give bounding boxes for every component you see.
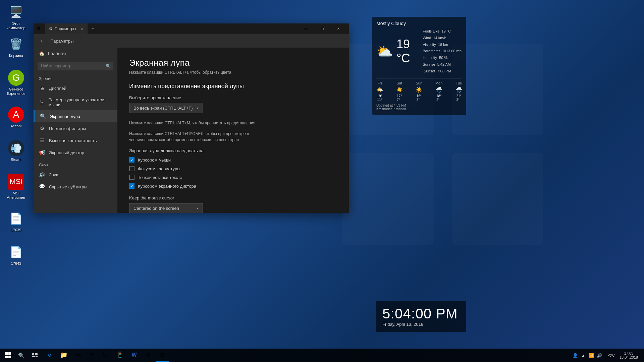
cursor-position-dropdown[interactable]: Centered on the screen ▾ <box>129 203 203 213</box>
taskbar-clock[interactable]: 17:03 13.04.2018 <box>617 349 641 362</box>
dropdown-arrow-icon: ▾ <box>197 106 199 110</box>
weather-widget: Mostly Cloudy ⛅ 19 °C Feels Like 19 °C W… <box>372 17 466 115</box>
display-icon: 🖥 <box>39 85 45 91</box>
keep-cursor-label: Keep the mouse cursor <box>129 195 337 200</box>
sound-icon: 🔊 <box>39 172 45 178</box>
tray-network-icon[interactable]: 📶 <box>588 352 595 359</box>
weather-updated: Updated at 4:53 PM <box>376 104 406 107</box>
checkbox-narrator-cursor-box[interactable]: ✓ <box>129 183 135 189</box>
checkbox-group: ✓ Курсором мыши Фокусом клавиатуры Точко… <box>129 157 337 189</box>
show-desktop-button[interactable] <box>641 349 643 362</box>
desktop-icon-this-pc[interactable]: 🖥️ Этот компьютер <box>3 1 30 33</box>
checkbox-text-cursor-box[interactable] <box>129 175 135 180</box>
forecast-fri-day: Fri <box>378 81 382 85</box>
desktop-icon-file2[interactable]: 📄 17643 <box>3 241 30 268</box>
color-filters-label: Цветные фильтры <box>49 126 86 131</box>
checkbox-mouse-cursor[interactable]: ✓ Курсором мыши <box>129 157 337 163</box>
humidity-label: Humidity <box>423 56 437 60</box>
forecast-sat-day: Sat <box>396 81 402 85</box>
sidebar-item-display[interactable]: 🖥 Дисплей <box>34 82 117 94</box>
forecast-sat: Sat ☀️ 17°7° <box>396 81 403 102</box>
forecast-fri-temps: 19°11° <box>377 94 382 102</box>
maximize-button[interactable]: □ <box>315 23 330 34</box>
start-button[interactable] <box>1 349 15 362</box>
sidebar-item-contrast[interactable]: ☰ Высокая контрастность <box>34 134 117 146</box>
tray-chevron-icon[interactable]: ▲ <box>580 352 587 359</box>
title-bar: ⚙ ⚙ Параметры × + — □ × <box>34 23 349 34</box>
taskbar-phone[interactable]: 📱 <box>113 349 127 362</box>
taskbar-mail[interactable]: ✉ <box>85 349 99 362</box>
check-icon2: ✓ <box>130 184 133 188</box>
sidebar-home[interactable]: 🏠 Главная <box>34 48 117 60</box>
sidebar-item-subtitles[interactable]: 💬 Скрытые субтитры <box>34 181 117 193</box>
sidebar-item-cursor-size[interactable]: 🖱 Размер курсора и указателя мыши <box>34 94 117 110</box>
geforce-icon: G <box>8 70 24 86</box>
forecast-sat-icon: ☀️ <box>396 86 403 93</box>
wind-value: 14 km/h <box>433 36 446 40</box>
tab-close-icon[interactable]: × <box>81 26 84 32</box>
forecast-tue-day: Tue <box>456 81 462 85</box>
tab-label: Параметры <box>55 26 76 31</box>
back-button[interactable]: ‹ <box>36 36 47 46</box>
view-dropdown[interactable]: Во весь экран (CTRL+ALT+F) ▾ <box>129 103 203 113</box>
checkbox-narrator-cursor[interactable]: ✓ Курсором экранного диктора <box>129 183 337 189</box>
checkbox-keyboard-focus[interactable]: Фокусом клавиатуры <box>129 166 337 171</box>
sidebar-item-narrator[interactable]: 📢 Экранный диктор <box>34 146 117 159</box>
desktop-icon-geforce[interactable]: G GeForceExperience <box>3 67 30 99</box>
search-input[interactable] <box>38 62 113 70</box>
svg-rect-11 <box>36 356 38 357</box>
weather-icon: ⛅ <box>376 44 393 59</box>
taskbar-language[interactable]: РУС <box>605 353 617 357</box>
desktop-icon-steam[interactable]: 💨 Steam <box>3 137 30 165</box>
taskbar-word[interactable]: W <box>127 349 141 362</box>
taskbar: 🔍 e 📁 🛍 ✉ 🛡 📱 W ⚙ ⚙ 👤 ▲ 📶 🔊 РУ <box>0 349 644 362</box>
file1-icon: 📄 <box>8 210 24 227</box>
desktop-icon-file1[interactable]: 📄 17639 <box>3 208 30 235</box>
title-bar-tabs: ⚙ Параметры × + <box>45 23 299 34</box>
checkbox-keyboard-focus-box[interactable] <box>129 166 135 171</box>
taskbar-defender[interactable]: 🛡 <box>99 349 113 362</box>
checkbox-text-cursor[interactable]: Точкой вставки текста <box>129 175 337 180</box>
breadcrumb: Параметры <box>50 39 73 44</box>
desktop-icon-action[interactable]: A Action! <box>3 104 30 131</box>
window-body: 🏠 Главная 🔍 Зрение 🖥 Дисплей 🖱 Размер ку… <box>34 48 349 213</box>
sunset-label: Sunset <box>424 69 435 73</box>
taskbar-explorer[interactable]: 📁 <box>57 349 70 362</box>
tray-user-icon[interactable]: 👤 <box>572 352 579 359</box>
view-selection-group: Выберите представление Во весь экран (CT… <box>129 95 337 113</box>
page-title: Экранная лупа <box>129 58 337 68</box>
weather-condition: Mostly Cloudy <box>376 21 462 26</box>
feels-like-value: 19 °C <box>441 29 451 33</box>
home-icon: 🏠 <box>39 51 45 56</box>
title-bar-tab-settings[interactable]: ⚙ Параметры × <box>45 23 88 34</box>
checkbox-mouse-cursor-box[interactable]: ✓ <box>129 157 135 163</box>
svg-rect-3 <box>452 153 543 245</box>
new-tab-button[interactable]: + <box>88 24 98 34</box>
svg-rect-9 <box>35 353 38 355</box>
taskbar-time: 17:03 <box>624 351 634 355</box>
svg-rect-10 <box>32 356 35 357</box>
action-label: Action! <box>10 124 22 128</box>
task-view-button[interactable] <box>28 349 42 362</box>
taskbar-store[interactable]: 🛍 <box>71 349 85 362</box>
clock-time: 5:04:00 PM <box>382 306 460 322</box>
sidebar-item-sound[interactable]: 🔊 Звук <box>34 169 117 181</box>
taskbar-search-button[interactable]: 🔍 <box>15 349 28 362</box>
home-label: Главная <box>48 51 66 56</box>
tray-volume-icon[interactable]: 🔊 <box>596 352 603 359</box>
close-button[interactable]: × <box>331 23 346 34</box>
msi-icon: MSI <box>8 174 24 190</box>
cursor-position-selected: Centered on the screen <box>133 206 179 211</box>
recycle-bin-icon: 🗑️ <box>8 36 24 52</box>
main-content: Экранная лупа Нажмите клавиши CTRL+ALT+I… <box>117 48 349 213</box>
taskbar-edge[interactable]: e <box>43 349 56 362</box>
svg-rect-5 <box>8 352 11 355</box>
minimize-button[interactable]: — <box>299 23 314 34</box>
sidebar-item-magnifier[interactable]: 🔍 Экранная лупа <box>34 110 117 122</box>
desktop-icon-msi[interactable]: MSI MSIAfterburner <box>3 171 30 202</box>
taskbar-settings[interactable]: ⚙ <box>156 349 169 362</box>
hint1: Нажмите клавиши CTRL+ALT+M, чтобы пролис… <box>129 120 270 126</box>
taskbar-odinstall[interactable]: ⚙ <box>142 349 155 362</box>
sidebar-item-color-filters[interactable]: ⚙ Цветные фильтры <box>34 122 117 134</box>
desktop-icon-recycle-bin[interactable]: 🗑️ Корзина <box>3 34 30 61</box>
